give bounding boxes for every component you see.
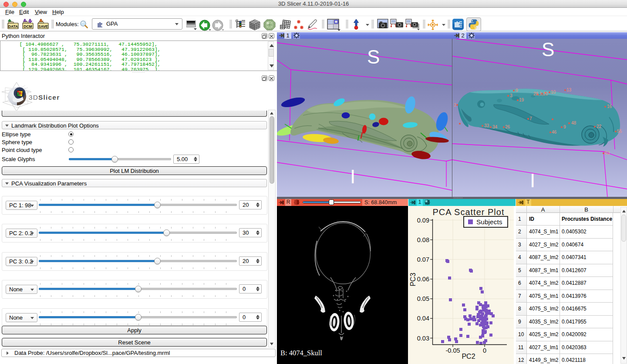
svg-text:0.05: 0.05 — [417, 295, 429, 302]
svg-text:9: 9 — [516, 88, 518, 93]
svg-text:DATA: DATA — [8, 24, 18, 29]
svg-text:I: I — [350, 166, 355, 187]
svg-text:0.03: 0.03 — [417, 334, 429, 341]
svg-text:9: 9 — [563, 125, 566, 129]
svg-text:0.09: 0.09 — [417, 216, 429, 223]
svg-text:I: I — [530, 170, 535, 191]
svg-text:26: 26 — [505, 125, 510, 129]
svg-text:0.04: 0.04 — [417, 315, 429, 322]
svg-text:SAVE: SAVE — [38, 24, 48, 29]
svg-text:22: 22 — [597, 124, 602, 129]
svg-text:PC3: PC3 — [409, 273, 417, 286]
svg-text:0.08: 0.08 — [417, 236, 429, 243]
svg-text:55: 55 — [617, 129, 622, 134]
svg-text:28,1,20: 28,1,20 — [533, 91, 548, 96]
svg-text:Slicer: Slicer — [38, 94, 60, 101]
svg-text:0.07: 0.07 — [417, 256, 429, 263]
svg-text:PC2: PC2 — [462, 353, 475, 360]
svg-text:48: 48 — [571, 121, 576, 125]
svg-text:34: 34 — [492, 125, 498, 129]
svg-text:S: S — [542, 39, 554, 60]
svg-text:-0.05: -0.05 — [445, 347, 460, 354]
svg-text:10: 10 — [551, 90, 556, 94]
svg-text:46: 46 — [552, 130, 557, 135]
svg-text:3D: 3D — [29, 94, 38, 101]
svg-text:33: 33 — [484, 123, 489, 128]
svg-text:0.06: 0.06 — [417, 276, 429, 283]
svg-text:3: 3 — [510, 93, 512, 98]
svg-text:13: 13 — [566, 88, 572, 92]
svg-text:7: 7 — [529, 116, 532, 121]
svg-text:0: 0 — [483, 347, 486, 354]
svg-text:S: S — [367, 46, 380, 67]
svg-text:Subjects: Subjects — [476, 218, 502, 226]
svg-text:53: 53 — [605, 151, 610, 155]
svg-text:16: 16 — [607, 104, 612, 109]
svg-text:DCM: DCM — [24, 24, 32, 29]
svg-text:19: 19 — [519, 98, 524, 102]
svg-text:2: 2 — [454, 103, 456, 108]
svg-text:PCA Scatter Plot: PCA Scatter Plot — [433, 207, 505, 217]
